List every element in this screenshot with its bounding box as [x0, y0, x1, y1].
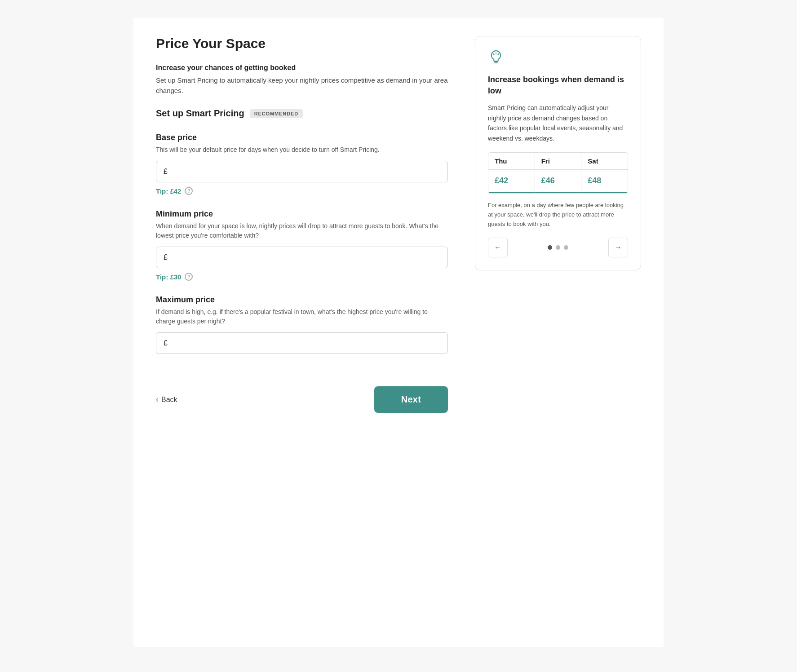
- page-title: Price Your Space: [156, 36, 448, 51]
- minimum-price-desc: When demand for your space is low, night…: [156, 221, 448, 240]
- pricing-col-thu-header: Thu: [488, 153, 535, 170]
- maximum-price-input-wrapper[interactable]: £: [156, 332, 448, 354]
- minimum-price-tip-icon[interactable]: ?: [185, 273, 193, 281]
- base-price-tip-row: Tip: £42 ?: [156, 187, 448, 195]
- increase-description: Set up Smart Pricing to automatically ke…: [156, 75, 448, 96]
- base-price-currency: £: [164, 168, 168, 176]
- maximum-price-currency: £: [164, 339, 168, 347]
- minimum-price-section: Minimum price When demand for your space…: [156, 209, 448, 281]
- card-next-button[interactable]: →: [608, 238, 628, 257]
- pricing-col-fri-header: Fri: [535, 153, 581, 170]
- svg-line-1: [493, 54, 494, 55]
- maximum-price-input[interactable]: [170, 339, 440, 347]
- base-price-tip-icon[interactable]: ?: [185, 187, 193, 195]
- lightbulb-icon: [488, 49, 628, 67]
- right-panel: Increase bookings when demand is low Sma…: [475, 36, 641, 629]
- minimum-price-currency: £: [164, 253, 168, 261]
- maximum-price-section: Maximum price If demand is high, e.g. if…: [156, 295, 448, 354]
- maximum-price-title: Maximum price: [156, 295, 448, 305]
- recommended-badge: RECOMMENDED: [250, 109, 303, 118]
- minimum-price-title: Minimum price: [156, 209, 448, 219]
- base-price-title: Base price: [156, 133, 448, 142]
- pricing-col-fri-value: £46: [535, 170, 581, 193]
- card-note: For example, on a day where few people a…: [488, 201, 628, 229]
- bottom-nav: ‹ Back Next: [156, 368, 448, 413]
- left-panel: Price Your Space Increase your chances o…: [156, 36, 448, 629]
- maximum-price-desc: If demand is high, e.g. if there's a pop…: [156, 307, 448, 326]
- pricing-col-thu-value: £42: [488, 170, 535, 193]
- pricing-col-sat: Sat £48: [581, 153, 628, 193]
- minimum-price-input-wrapper[interactable]: £: [156, 247, 448, 268]
- dot-1: [548, 245, 552, 250]
- base-price-input-wrapper[interactable]: £: [156, 161, 448, 182]
- minimum-price-input[interactable]: [170, 253, 440, 261]
- info-card: Increase bookings when demand is low Sma…: [475, 36, 641, 270]
- card-prev-button[interactable]: ←: [488, 238, 508, 257]
- card-prev-icon: ←: [494, 243, 501, 252]
- base-price-desc: This will be your default price for days…: [156, 145, 448, 155]
- main-content: Price Your Space Increase your chances o…: [156, 36, 641, 629]
- minimum-price-tip-row: Tip: £30 ?: [156, 273, 448, 281]
- card-next-icon: →: [615, 243, 622, 252]
- card-title: Increase bookings when demand is low: [488, 74, 628, 97]
- pricing-col-thu: Thu £42: [488, 153, 535, 193]
- dot-2: [556, 245, 560, 250]
- pricing-table-header: Thu £42 Fri £46 Sat £48: [488, 153, 628, 193]
- pricing-col-sat-header: Sat: [581, 153, 628, 170]
- smart-pricing-row: Set up Smart Pricing RECOMMENDED: [156, 108, 448, 119]
- increase-heading: Increase your chances of getting booked: [156, 64, 448, 72]
- back-chevron-icon: ‹: [156, 395, 159, 404]
- svg-line-2: [498, 54, 499, 55]
- pricing-table: Thu £42 Fri £46 Sat £48: [488, 152, 628, 194]
- card-description: Smart Pricing can automatically adjust y…: [488, 103, 628, 143]
- pricing-col-fri: Fri £46: [535, 153, 582, 193]
- base-price-section: Base price This will be your default pri…: [156, 133, 448, 195]
- page-container: Price Your Space Increase your chances o…: [133, 18, 664, 647]
- back-button[interactable]: ‹ Back: [156, 395, 177, 404]
- base-price-input[interactable]: [170, 168, 440, 176]
- smart-pricing-label: Set up Smart Pricing: [156, 108, 244, 119]
- card-nav-dots: [548, 245, 568, 250]
- next-button[interactable]: Next: [374, 386, 448, 413]
- dot-3: [564, 245, 568, 250]
- next-label: Next: [401, 394, 421, 404]
- minimum-price-tip-label: Tip: £30: [156, 273, 181, 281]
- base-price-tip-label: Tip: £42: [156, 187, 181, 195]
- back-label: Back: [161, 396, 177, 404]
- card-nav: ← →: [488, 238, 628, 257]
- pricing-col-sat-value: £48: [581, 170, 628, 193]
